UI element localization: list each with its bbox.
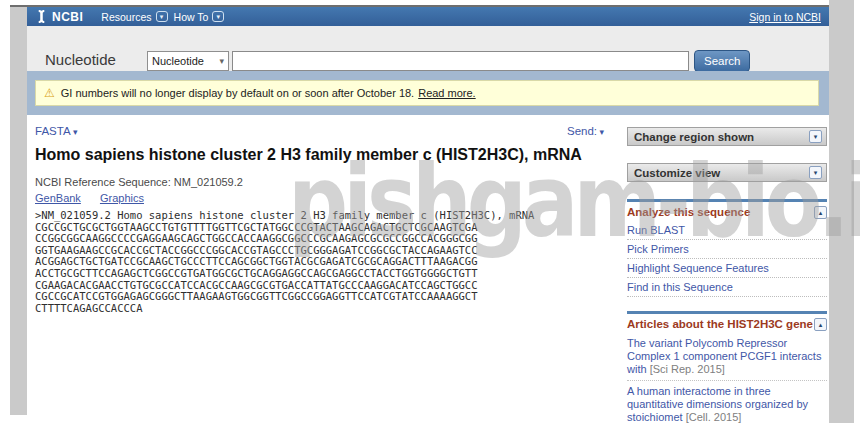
collapse-toggle-icon[interactable] [814,206,827,219]
graphics-link[interactable]: Graphics [100,192,144,204]
ncbi-brand[interactable]: NCBI [52,10,83,24]
article-list: The variant Polycomb Repressor Complex 1… [627,333,827,423]
article-citation: [Cell. 2015] [686,411,742,423]
expand-toggle-icon[interactable] [809,166,822,179]
window-edge-right [829,0,854,423]
notice-band: ⚠ GI numbers will no longer display by d… [27,71,829,115]
database-select-value: Nucleotide [152,55,204,67]
fasta-sequence: >NM_021059.2 Homo sapiens histone cluste… [35,210,534,314]
nav-resources[interactable]: Resources [101,11,167,23]
search-bar: Nucleotide Nucleotide ▾ Search Advanced … [27,26,829,71]
analyze-link[interactable]: Pick Primers [627,240,827,259]
expand-toggle-icon[interactable] [809,130,822,143]
genbank-link[interactable]: GenBank [35,192,81,204]
sidebar: Change region shown Customize view Analy… [627,127,827,423]
read-more-link[interactable]: Read more. [418,87,475,99]
article-item[interactable]: A human interactome in three quantitativ… [627,381,827,423]
ncbi-page: NCBI Resources How To Sign in to NCBI Nu… [27,7,829,415]
send-to-menu[interactable]: Send: [567,125,604,137]
sequence-line: CGCCGCATCCGTGGAGAGCGGGCTTAAGAAGTGGCGGTTC… [35,291,534,303]
gi-notice-text: GI numbers will no longer display by def… [61,87,414,99]
analyze-title: Analyze this sequence [627,206,750,218]
analyze-link[interactable]: Highlight Sequence Features [627,259,827,278]
articles-portlet: Articles about the HIST2H3C gene The var… [627,311,827,423]
nav-how-to[interactable]: How To [174,11,225,23]
nav-resources-label: Resources [101,11,151,23]
window-edge-left [10,7,27,415]
ncbi-logo-icon [35,10,48,23]
analyze-links: Run BLAST Pick Primers Highlight Sequenc… [627,221,827,297]
analyze-link[interactable]: Run BLAST [627,221,827,240]
sidebar-panel-title: Customize view [634,167,720,179]
sequence-line: ACCTGCGCTTCCAGAGCTCGGCCGTGATGGCGCTGCAGGA… [35,268,534,280]
chevron-down-icon [156,11,168,22]
format-select-fasta[interactable]: FASTA [35,125,78,137]
navbar: NCBI Resources How To Sign in to NCBI [27,7,829,26]
refseq-label: NCBI Reference Sequence: NM_021059.2 [35,176,243,188]
articles-title: Articles about the HIST2H3C gene [627,318,813,330]
chevron-down-icon: ▾ [219,56,224,66]
collapse-toggle-icon[interactable] [814,318,827,331]
search-input[interactable] [232,51,689,71]
sequence-line: >NM_021059.2 Homo sapiens histone cluste… [35,210,534,222]
page-title: Homo sapiens histone cluster 2 H3 family… [35,146,620,164]
nav-how-to-label: How To [174,11,209,23]
analyze-link[interactable]: Find in this Sequence [627,278,827,297]
sidebar-panel-header[interactable]: Customize view [627,163,827,182]
report-links: GenBank Graphics [35,192,160,204]
database-title: Nucleotide [45,51,116,68]
article-item[interactable]: The variant Polycomb Repressor Complex 1… [627,333,827,381]
search-button[interactable]: Search [694,50,750,72]
chevron-down-icon [212,11,224,22]
sidebar-panel-title: Change region shown [634,131,754,143]
sidebar-panel-header[interactable]: Change region shown [627,127,827,146]
gi-notice: ⚠ GI numbers will no longer display by d… [35,80,819,106]
warning-icon: ⚠ [44,86,55,100]
sequence-line: CTTTTCAGAGCCACCCA [35,303,534,315]
article-citation: [Sci Rep. 2015] [650,363,725,375]
collapsed-panels: Change region shown Customize view [627,127,827,182]
screen: NCBI Resources How To Sign in to NCBI Nu… [0,0,860,423]
database-select[interactable]: Nucleotide ▾ [147,51,229,71]
analyze-sequence-portlet: Analyze this sequence Run BLAST Pick Pri… [627,199,827,297]
sign-in-link[interactable]: Sign in to NCBI [749,11,821,23]
